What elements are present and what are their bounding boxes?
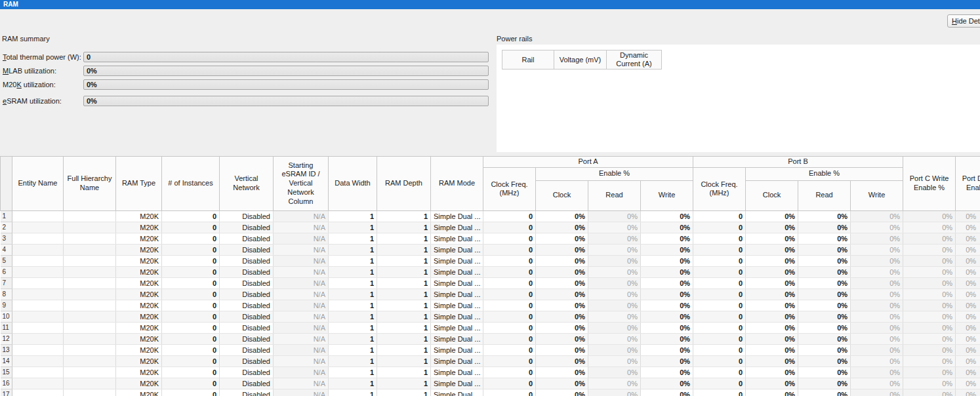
cell-data-width[interactable]: 1 <box>329 210 377 222</box>
cell-ram-type[interactable]: M20K <box>116 366 162 378</box>
cell-port-b-clock-freq[interactable]: 0 <box>693 311 746 322</box>
cell-vertical-network[interactable]: Disabled <box>220 366 274 378</box>
cell-data-width[interactable]: 1 <box>329 378 377 389</box>
cell-ram-depth[interactable]: 1 <box>377 355 431 366</box>
hide-detail-button[interactable]: Hide Detail <box>947 14 980 28</box>
cell-port-b-clock-freq[interactable]: 0 <box>693 389 746 396</box>
cell-ram-depth[interactable]: 1 <box>377 366 431 378</box>
cell-port-b-clock-enable[interactable]: 0% <box>746 311 798 322</box>
cell-port-a-clock-freq[interactable]: 0 <box>483 288 536 300</box>
cell-instances[interactable]: 0 <box>162 233 220 244</box>
cell-port-a-write-enable[interactable]: 0% <box>641 378 693 389</box>
cell-port-b-clock-freq[interactable]: 0 <box>693 233 746 244</box>
row-number[interactable]: 8 <box>1 288 12 300</box>
cell-port-b-clock-freq[interactable]: 0 <box>693 366 746 378</box>
cell-hierarchy-name[interactable] <box>64 300 116 311</box>
cell-ram-depth[interactable]: 1 <box>377 266 431 277</box>
cell-port-b-clock-freq[interactable]: 0 <box>693 288 746 300</box>
cell-ram-depth[interactable]: 1 <box>377 300 431 311</box>
cell-port-b-read-enable[interactable]: 0% <box>798 378 851 389</box>
cell-ram-depth[interactable]: 1 <box>377 277 431 288</box>
cell-vertical-network[interactable]: Disabled <box>220 389 274 396</box>
cell-ram-depth[interactable]: 1 <box>377 244 431 255</box>
cell-instances[interactable]: 0 <box>162 378 220 389</box>
cell-port-b-read-enable[interactable]: 0% <box>798 266 851 277</box>
cell-ram-type[interactable]: M20K <box>116 344 162 355</box>
cell-port-b-clock-freq[interactable]: 0 <box>693 355 746 366</box>
cell-ram-mode[interactable]: Simple Dual ... <box>431 277 483 288</box>
cell-data-width[interactable]: 1 <box>329 233 377 244</box>
cell-hierarchy-name[interactable] <box>64 288 116 300</box>
cell-entity-name[interactable] <box>12 366 64 378</box>
cell-port-a-write-enable[interactable]: 0% <box>641 233 693 244</box>
cell-port-a-write-enable[interactable]: 0% <box>641 266 693 277</box>
cell-entity-name[interactable] <box>12 333 64 344</box>
cell-port-b-read-enable[interactable]: 0% <box>798 344 851 355</box>
cell-port-a-write-enable[interactable]: 0% <box>641 277 693 288</box>
cell-ram-depth[interactable]: 1 <box>377 255 431 266</box>
cell-port-b-clock-enable[interactable]: 0% <box>746 344 798 355</box>
cell-port-b-clock-enable[interactable]: 0% <box>746 233 798 244</box>
cell-port-a-write-enable[interactable]: 0% <box>641 288 693 300</box>
cell-hierarchy-name[interactable] <box>64 378 116 389</box>
cell-vertical-network[interactable]: Disabled <box>220 222 274 233</box>
row-number[interactable]: 2 <box>1 222 12 233</box>
cell-hierarchy-name[interactable] <box>64 389 116 396</box>
cell-port-a-write-enable[interactable]: 0% <box>641 322 693 333</box>
cell-instances[interactable]: 0 <box>162 210 220 222</box>
cell-ram-mode[interactable]: Simple Dual ... <box>431 244 483 255</box>
cell-port-a-clock-freq[interactable]: 0 <box>483 355 536 366</box>
cell-port-a-write-enable[interactable]: 0% <box>641 210 693 222</box>
cell-hierarchy-name[interactable] <box>64 277 116 288</box>
cell-port-a-clock-enable[interactable]: 0% <box>536 233 588 244</box>
cell-port-b-clock-freq[interactable]: 0 <box>693 378 746 389</box>
cell-port-b-clock-enable[interactable]: 0% <box>746 333 798 344</box>
cell-port-a-clock-freq[interactable]: 0 <box>483 233 536 244</box>
cell-data-width[interactable]: 1 <box>329 300 377 311</box>
cell-entity-name[interactable] <box>12 355 64 366</box>
row-number[interactable]: 12 <box>1 333 12 344</box>
cell-hierarchy-name[interactable] <box>64 344 116 355</box>
cell-instances[interactable]: 0 <box>162 355 220 366</box>
cell-hierarchy-name[interactable] <box>64 311 116 322</box>
cell-ram-mode[interactable]: Simple Dual ... <box>431 210 483 222</box>
cell-port-b-clock-enable[interactable]: 0% <box>746 266 798 277</box>
cell-instances[interactable]: 0 <box>162 244 220 255</box>
cell-data-width[interactable]: 1 <box>329 322 377 333</box>
row-number[interactable]: 11 <box>1 322 12 333</box>
cell-port-a-write-enable[interactable]: 0% <box>641 311 693 322</box>
cell-hierarchy-name[interactable] <box>64 210 116 222</box>
cell-ram-mode[interactable]: Simple Dual ... <box>431 389 483 396</box>
cell-ram-mode[interactable]: Simple Dual ... <box>431 266 483 277</box>
cell-port-b-read-enable[interactable]: 0% <box>798 389 851 396</box>
cell-ram-type[interactable]: M20K <box>116 255 162 266</box>
cell-ram-type[interactable]: M20K <box>116 277 162 288</box>
cell-port-b-clock-enable[interactable]: 0% <box>746 277 798 288</box>
cell-port-b-clock-freq[interactable]: 0 <box>693 344 746 355</box>
cell-port-a-write-enable[interactable]: 0% <box>641 344 693 355</box>
cell-port-a-clock-enable[interactable]: 0% <box>536 344 588 355</box>
cell-vertical-network[interactable]: Disabled <box>220 277 274 288</box>
cell-port-b-read-enable[interactable]: 0% <box>798 244 851 255</box>
cell-port-a-clock-freq[interactable]: 0 <box>483 277 536 288</box>
cell-ram-type[interactable]: M20K <box>116 300 162 311</box>
cell-port-a-clock-enable[interactable]: 0% <box>536 266 588 277</box>
cell-entity-name[interactable] <box>12 378 64 389</box>
cell-data-width[interactable]: 1 <box>329 355 377 366</box>
cell-hierarchy-name[interactable] <box>64 233 116 244</box>
cell-data-width[interactable]: 1 <box>329 266 377 277</box>
cell-hierarchy-name[interactable] <box>64 366 116 378</box>
cell-vertical-network[interactable]: Disabled <box>220 355 274 366</box>
cell-ram-depth[interactable]: 1 <box>377 210 431 222</box>
cell-ram-mode[interactable]: Simple Dual ... <box>431 288 483 300</box>
cell-instances[interactable]: 0 <box>162 333 220 344</box>
cell-port-a-clock-freq[interactable]: 0 <box>483 366 536 378</box>
cell-data-width[interactable]: 1 <box>329 277 377 288</box>
cell-data-width[interactable]: 1 <box>329 255 377 266</box>
cell-entity-name[interactable] <box>12 311 64 322</box>
cell-instances[interactable]: 0 <box>162 300 220 311</box>
cell-port-b-clock-freq[interactable]: 0 <box>693 322 746 333</box>
cell-ram-depth[interactable]: 1 <box>377 389 431 396</box>
cell-port-b-clock-enable[interactable]: 0% <box>746 389 798 396</box>
cell-port-a-write-enable[interactable]: 0% <box>641 366 693 378</box>
